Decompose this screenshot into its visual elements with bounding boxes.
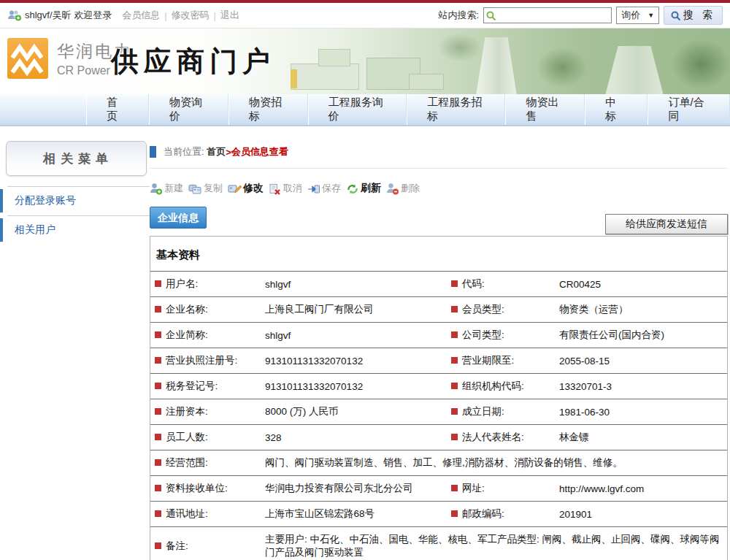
- page-title: 供应商门户: [111, 43, 275, 80]
- red-bullet-icon: [451, 485, 458, 491]
- red-bullet-icon: [451, 510, 458, 517]
- info-row: 税务登记号:913101131332070132组织机构代码:13320701-…: [150, 374, 727, 399]
- red-bullet-icon: [155, 331, 161, 338]
- cooling-tower-graphic: [603, 46, 666, 94]
- breadcrumb: 当前位置: 首页 > 会员信息查看: [150, 145, 728, 169]
- red-bullet-icon: [451, 383, 458, 389]
- search-button[interactable]: 搜 索: [664, 6, 723, 25]
- red-bullet-icon: [155, 434, 161, 440]
- sidebar-title: 相关菜单: [6, 141, 147, 176]
- search-category-value: 询价: [621, 9, 640, 22]
- field-value: 201901: [555, 502, 727, 527]
- toolbar-button-label: 刷新: [361, 182, 381, 195]
- field-label: 税务登记号:: [150, 374, 261, 399]
- field-value: 2055-08-15: [555, 348, 727, 374]
- edit-icon: [228, 182, 242, 195]
- red-bullet-icon: [155, 280, 161, 287]
- field-value: 913101131332070132: [261, 348, 447, 374]
- toolbar-button-label: 复制: [204, 182, 223, 195]
- plant-building-graphic: [409, 74, 444, 90]
- info-row: 用户名:shlgvf代码:CR00425: [150, 272, 727, 297]
- red-bullet-icon: [451, 331, 458, 338]
- user-delete-button[interactable]: 删除: [386, 182, 420, 195]
- red-bullet-icon: [155, 306, 161, 312]
- toolbar-button-label: 修改: [243, 182, 264, 195]
- info-row: 经营范围:阀门、阀门驱动装置制造、销售、加工、修理,消防器材、消防设备的销售、维…: [150, 450, 727, 476]
- field-value: 林金镖: [555, 425, 727, 450]
- field-value: 328: [261, 425, 447, 450]
- sidebar-item[interactable]: 相关用户: [0, 215, 150, 245]
- account-link[interactable]: 会员信息: [118, 9, 164, 22]
- field-label: 企业简称:: [150, 323, 261, 348]
- save-button[interactable]: 保存: [307, 182, 341, 195]
- user-add-icon: [150, 182, 163, 195]
- section-title: 基本资料: [150, 237, 727, 271]
- sidebar-item[interactable]: 分配登录账号: [0, 186, 150, 215]
- tree-graphic: [438, 33, 482, 62]
- plant-building-graphic: [291, 64, 359, 90]
- account-links: 会员信息|修改密码|退出: [118, 9, 244, 22]
- field-value: 物资类（运营）: [555, 297, 727, 323]
- cr-power-logo-icon: [7, 38, 48, 79]
- red-bullet-icon: [155, 542, 161, 549]
- red-bullet-icon: [155, 510, 161, 517]
- refresh-button[interactable]: 刷新: [346, 182, 381, 195]
- nav-item[interactable]: 工程服务询价: [308, 94, 407, 125]
- field-value: 上海良工阀门厂有限公司: [261, 297, 447, 323]
- nav-item[interactable]: 订单/合同: [648, 94, 730, 125]
- cancel-button[interactable]: 取消: [269, 182, 302, 195]
- company-info-panel: 基本资料 用户名:shlgvf代码:CR00425企业名称:上海良工阀门厂有限公…: [150, 236, 728, 560]
- account-link[interactable]: 修改密码: [167, 9, 214, 22]
- field-label: 备注:: [150, 527, 261, 560]
- site-search-input[interactable]: [483, 7, 612, 23]
- record-toolbar: 新建复制修改取消保存刷新删除: [150, 182, 728, 195]
- info-row: 资料接收单位:华润电力投资有限公司东北分公司网址:http://www.lgvf…: [150, 476, 727, 502]
- red-bullet-icon: [451, 280, 458, 287]
- field-label: 组织机构代码:: [447, 374, 555, 399]
- sidebar-menu: 分配登录账号相关用户: [0, 186, 150, 245]
- field-label: 用户名:: [150, 272, 261, 297]
- edit-button[interactable]: 修改: [228, 182, 264, 195]
- breadcrumb-home[interactable]: 首页: [207, 145, 226, 158]
- info-row: 营业执照注册号:913101131332070132营业期限至:2055-08-…: [150, 348, 727, 374]
- field-value: CR00425: [555, 272, 727, 297]
- cancel-icon: [269, 182, 282, 195]
- nav-item[interactable]: 工程服务招标: [407, 94, 505, 125]
- account-link[interactable]: 退出: [216, 9, 244, 22]
- field-value: 华润电力投资有限公司东北分公司: [261, 476, 447, 502]
- field-value: 有限责任公司(国内合资): [555, 323, 727, 348]
- red-bullet-icon: [451, 434, 458, 440]
- field-value: 主要用户: 中石化、中石油、国电、华能、核电、军工产品类型: 闸阀、截止阀、止回…: [261, 527, 727, 560]
- breadcrumb-label: 当前位置:: [164, 145, 204, 158]
- copy-button[interactable]: 复制: [188, 182, 223, 195]
- copy-icon: [188, 182, 202, 195]
- tab-company-info[interactable]: 企业信息: [150, 207, 207, 229]
- search-icon: [671, 9, 681, 21]
- field-label: 成立日期:: [447, 399, 555, 425]
- toolbar-button-label: 取消: [283, 182, 302, 195]
- field-label: 营业执照注册号:: [150, 348, 261, 374]
- nav-item[interactable]: 首 页: [86, 94, 149, 125]
- field-label: 会员类型:: [447, 297, 555, 323]
- field-label: 通讯地址:: [150, 502, 261, 527]
- plant-building-graphic: [291, 69, 297, 88]
- toolbar-button-label: 新建: [164, 182, 183, 195]
- field-value: 上海市宝山区锦宏路68号: [261, 502, 447, 527]
- send-sms-button[interactable]: 给供应商发送短信: [605, 214, 728, 234]
- field-value: 1981-06-30: [555, 399, 727, 425]
- user-add-button[interactable]: 新建: [150, 182, 183, 195]
- sidebar: 相关菜单 分配登录账号相关用户: [0, 126, 150, 245]
- info-row: 通讯地址:上海市宝山区锦宏路68号邮政编码:201901: [150, 502, 727, 527]
- nav-item[interactable]: 物资出售: [505, 94, 585, 125]
- field-label: 企业名称:: [150, 297, 261, 323]
- nav-item[interactable]: 物资招标: [228, 94, 308, 125]
- nav-item[interactable]: 物资询价: [149, 94, 228, 125]
- toolbar-button-label: 保存: [322, 182, 341, 195]
- search-category-select[interactable]: 询价 ▼: [616, 7, 659, 24]
- field-label: 法人代表姓名:: [447, 425, 555, 450]
- nav-item[interactable]: 中 标: [585, 94, 648, 125]
- red-bullet-icon: [451, 357, 458, 364]
- breadcrumb-current[interactable]: 会员信息查看: [231, 145, 288, 158]
- info-row: 企业简称:shlgvf公司类型:有限责任公司(国内合资): [150, 323, 727, 348]
- field-label: 代码:: [447, 272, 555, 297]
